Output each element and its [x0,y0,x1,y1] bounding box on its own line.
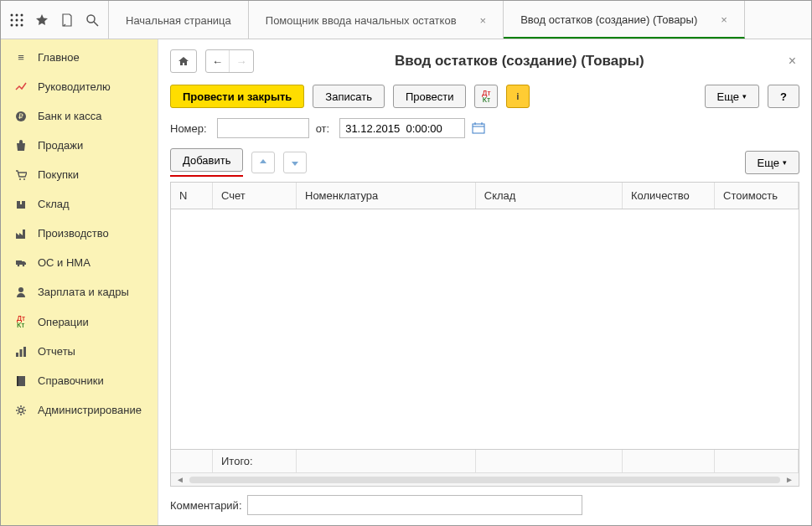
from-label: от: [316,122,330,135]
tab-entry[interactable]: Ввод остатков (создание) (Товары) × [504,1,745,39]
bag-icon [14,140,28,152]
content-area: ← → Ввод остатков (создание) (Товары) × … [158,39,811,525]
home-button[interactable] [170,49,197,73]
close-icon[interactable]: × [721,13,727,26]
sidebar-item-label: Отчеты [38,345,75,358]
post-and-close-button[interactable]: Провести и закрыть [170,85,304,108]
svg-point-1 [16,13,18,16]
sidebar-item-main[interactable]: ≡ Главное [1,43,158,72]
footer-qty [623,450,715,472]
sidebar-item-hr[interactable]: Зарплата и кадры [1,277,158,307]
dtkt-button[interactable]: ДтКт [474,85,498,108]
scroll-left-icon[interactable]: ◄ [176,475,184,484]
history-icon[interactable] [59,13,75,28]
svg-point-14 [23,178,25,180]
tab-helper[interactable]: Помощник ввода начальных остатков × [249,1,504,39]
table: N Счет Номенклатура Склад Количество Сто… [170,182,799,487]
close-icon[interactable]: × [480,14,487,27]
sidebar-item-warehouse[interactable]: Склад [1,189,158,219]
footer-n [171,450,213,472]
comment-label: Комментарий: [170,499,242,512]
col-account[interactable]: Счет [213,183,297,209]
svg-text:i: i [517,92,520,101]
move-down-button[interactable] [283,152,307,173]
svg-text:₽: ₽ [18,112,23,121]
search-icon[interactable] [85,13,100,28]
sidebar-item-reports[interactable]: Отчеты [1,337,158,366]
date-input[interactable] [339,118,465,138]
sidebar-item-catalogs[interactable]: Справочники [1,366,158,395]
svg-point-9 [87,15,95,23]
form-row: Номер: от: [170,118,799,138]
scroll-track[interactable] [189,477,780,483]
col-nomenclature[interactable]: Номенклатура [297,183,476,209]
svg-point-2 [21,13,23,16]
footer-total-label: Итого: [213,450,297,472]
footer-cost [715,450,799,472]
help-button[interactable]: ? [768,85,799,108]
sidebar-item-operations[interactable]: ДтКт Операции [1,307,158,337]
move-up-button[interactable] [251,152,275,173]
sidebar-item-assets[interactable]: ОС и НМА [1,248,158,277]
sidebar-item-label: Покупки [38,168,79,181]
add-button[interactable]: Добавить [170,148,243,172]
sidebar-item-production[interactable]: Производство [1,219,158,248]
sidebar-item-label: Производство [38,227,109,240]
svg-point-19 [23,264,25,266]
svg-rect-29 [473,124,484,133]
info-button[interactable]: i [506,85,530,108]
tab-home[interactable]: Начальная страница [109,1,249,39]
col-cost[interactable]: Стоимость [715,183,799,209]
svg-rect-22 [20,349,23,357]
col-n[interactable]: N [171,183,213,209]
comment-row: Комментарий: [170,495,799,515]
svg-point-20 [18,287,23,292]
sidebar-item-admin[interactable]: Администрирование [1,395,158,425]
table-body[interactable] [171,209,799,449]
svg-point-3 [11,18,13,21]
table-more-button[interactable]: Еще [745,151,799,174]
box-icon [14,199,28,210]
close-page-button[interactable]: × [785,54,799,69]
svg-rect-24 [18,376,25,386]
action-toolbar: Провести и закрыть Записать Провести ДтК… [170,85,799,108]
sidebar-item-label: Операции [38,316,89,328]
svg-point-7 [16,23,18,26]
svg-rect-16 [20,201,22,204]
calendar-icon[interactable] [472,122,485,134]
comment-input[interactable] [247,495,582,515]
sidebar-item-label: ОС и НМА [38,256,91,269]
sidebar-item-sales[interactable]: Продажи [1,131,158,160]
forward-button[interactable]: → [230,50,253,72]
svg-point-13 [19,178,21,180]
chart-bar-icon [14,346,28,358]
write-button[interactable]: Записать [313,85,385,108]
more-button[interactable]: Еще [705,85,759,108]
sidebar-item-purchases[interactable]: Покупки [1,160,158,189]
apps-icon[interactable] [9,13,24,28]
back-button[interactable]: ← [206,50,230,72]
post-button[interactable]: Провести [393,85,467,108]
page-title: Ввод остатков (создание) (Товары) [262,53,777,70]
scroll-right-icon[interactable]: ► [785,475,794,484]
horizontal-scrollbar[interactable]: ◄ ► [171,472,799,486]
svg-point-18 [18,264,20,266]
col-warehouse[interactable]: Склад [476,183,623,209]
svg-rect-25 [17,376,18,386]
svg-rect-17 [16,260,22,265]
table-footer: Итого: [171,449,799,472]
tab-label: Помощник ввода начальных остатков [266,14,457,27]
number-input[interactable] [217,118,309,138]
sidebar-item-label: Справочники [38,374,104,387]
col-quantity[interactable]: Количество [623,183,715,209]
svg-point-0 [11,13,13,16]
dtkt-icon: ДтКт [14,315,28,328]
book-icon [14,375,28,387]
sidebar-item-manager[interactable]: Руководителю [1,72,158,101]
tab-label: Начальная страница [126,14,231,27]
star-icon[interactable] [34,13,49,28]
sidebar-item-label: Склад [38,198,70,210]
add-button-highlight: Добавить [170,148,243,177]
top-toolbar: Начальная страница Помощник ввода началь… [1,1,811,39]
sidebar-item-bank[interactable]: ₽ Банк и касса [1,101,158,131]
